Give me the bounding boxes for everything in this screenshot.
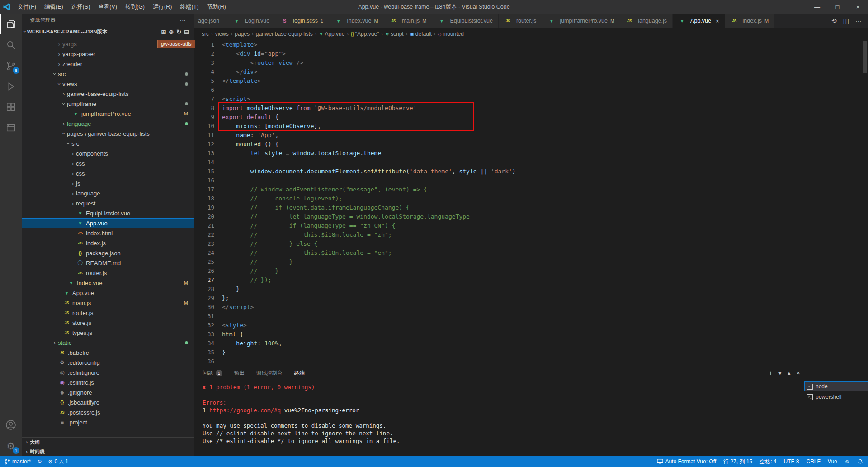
vscode-logo-icon[interactable] xyxy=(0,3,14,11)
status-feedback[interactable]: ☺ xyxy=(844,458,850,465)
menu-item[interactable]: 终端(T) xyxy=(176,3,203,11)
tree-folder-language[interactable]: ›language xyxy=(22,188,194,198)
breadcrumb-item[interactable]: ▣default xyxy=(410,31,431,37)
extensions-icon[interactable] xyxy=(0,97,22,118)
tree-folder-zrender[interactable]: ›zrender xyxy=(22,59,194,69)
tree-folder-js[interactable]: ›js xyxy=(22,178,194,188)
tree-folder-views[interactable]: ›views xyxy=(22,79,194,89)
tree-file-types.js[interactable]: JStypes.js xyxy=(22,328,194,338)
menu-item[interactable]: 运行(R) xyxy=(149,3,176,11)
tree-file-app.vue[interactable]: ▼App.vue xyxy=(22,218,194,228)
tree-file-readme.md[interactable]: ⓘREADME.md xyxy=(22,258,194,268)
tree-file-.eslintrc.js[interactable]: ◉.eslintrc.js xyxy=(22,377,194,387)
tree-file-index.html[interactable]: <>index.html xyxy=(22,228,194,238)
tree-file-jumpiframepro.vue[interactable]: ▼jumpIframePro.vueM xyxy=(22,109,194,119)
maximize-button[interactable]: □ xyxy=(827,0,848,14)
tree-file-.eslintignore[interactable]: ◎.eslintignore xyxy=(22,367,194,377)
split-editor-icon[interactable]: ◫ xyxy=(843,17,849,24)
close-panel-icon[interactable]: × xyxy=(797,369,800,376)
menu-item[interactable]: 文件(F) xyxy=(14,3,40,11)
menu-item[interactable]: 转到(G) xyxy=(121,3,149,11)
tree-folder-jumpiframe[interactable]: ›jumpIframe xyxy=(22,99,194,109)
error-link[interactable]: vue%2Fno-parsing-error xyxy=(284,407,359,414)
tree-file-.babelrc[interactable]: B.babelrc xyxy=(22,348,194,357)
tree-folder-request[interactable]: ›request xyxy=(22,198,194,208)
tree-file-router.js[interactable]: JSrouter.js xyxy=(22,268,194,278)
search-icon[interactable] xyxy=(0,34,22,55)
tree-folder-components[interactable]: ›components xyxy=(22,148,194,158)
views-more-icon[interactable]: ⋯ xyxy=(180,16,187,24)
tab-router.js[interactable]: JSrouter.js xyxy=(499,14,542,28)
breadcrumb-item[interactable]: ▼App.vue xyxy=(319,31,344,37)
tree-file-equiplistslot.vue[interactable]: ▼EquipListslot.vue xyxy=(22,208,194,218)
tree-file-.project[interactable]: ≡.project xyxy=(22,417,194,427)
history-icon[interactable]: ⟲ xyxy=(831,17,837,24)
collapse-icon[interactable]: ⊟ xyxy=(184,29,189,35)
status-encoding[interactable]: UTF-8 xyxy=(783,458,799,465)
tree-file-app.vue[interactable]: ▼App.vue xyxy=(22,288,194,298)
panel-tab-输出[interactable]: 输出 xyxy=(234,365,245,381)
status-indentation[interactable]: 空格: 4 xyxy=(760,458,776,466)
status-notifications[interactable] xyxy=(857,458,863,465)
section-时间线[interactable]: ›时间线 xyxy=(22,447,194,456)
account-icon[interactable] xyxy=(0,415,22,435)
new-terminal-icon[interactable]: + xyxy=(769,369,773,376)
terminal-instance-node[interactable]: >_node xyxy=(804,381,868,391)
tree-folder-css-[interactable]: ›css- xyxy=(22,168,194,178)
run-debug-icon[interactable] xyxy=(0,76,22,97)
new-file-icon[interactable]: ⊞ xyxy=(161,29,166,35)
tab-language.js[interactable]: JSlanguage.js xyxy=(620,14,673,28)
menu-item[interactable]: 帮助(H) xyxy=(203,3,230,11)
tree-folder-src[interactable]: ›src xyxy=(22,138,194,148)
tree-file-router.js[interactable]: JSrouter.js xyxy=(22,308,194,318)
tab-index.js[interactable]: JSindex.jsM xyxy=(725,14,775,28)
tree-folder-language[interactable]: ›language xyxy=(22,119,194,129)
tree-file-package.json[interactable]: {}package.json xyxy=(22,248,194,258)
tree-folder-pages-ganwei-base-equip-lists[interactable]: ›pages \ ganwei-base-equip-lists xyxy=(22,129,194,138)
breadcrumb-item[interactable]: pages xyxy=(235,31,250,37)
problems-indicator[interactable]: ⊗0△1 xyxy=(48,458,68,465)
breadcrumb-item[interactable]: ganwei-base-equip-lists xyxy=(256,31,313,37)
branch-indicator[interactable]: master* xyxy=(5,458,31,465)
tab-index.vue[interactable]: ▼Index.vueM xyxy=(329,14,384,28)
maximize-panel-icon[interactable]: ▴ xyxy=(788,369,791,376)
tree-file-index.js[interactable]: JSindex.js xyxy=(22,238,194,248)
menu-item[interactable]: 选择(S) xyxy=(67,3,94,11)
editor-scrollbar[interactable] xyxy=(863,41,867,73)
close-button[interactable]: × xyxy=(848,0,868,14)
project-root-folder[interactable]: › WEBUI-BASE-FRAME---I18N版本 ⊞⊕↻⊟ xyxy=(22,26,194,37)
minimize-button[interactable]: — xyxy=(807,0,827,14)
tree-file-.jsbeautifyrc[interactable]: {}.jsbeautifyrc xyxy=(22,397,194,407)
tree-file-main.js[interactable]: JSmain.jsM xyxy=(22,298,194,308)
refresh-icon[interactable]: ↻ xyxy=(176,29,181,35)
tab-app.vue[interactable]: ▼App.vue× xyxy=(673,14,725,28)
breadcrumb-item[interactable]: views xyxy=(215,31,229,37)
tab-login.scss[interactable]: Slogin.scss1 xyxy=(275,14,329,28)
tree-folder-yargs-parser[interactable]: ›yargs-parser xyxy=(22,49,194,59)
panel-tab-问题[interactable]: 问题1 xyxy=(203,365,222,381)
terminal-output[interactable]: ✘ 1 problem (1 error, 0 warnings)Errors:… xyxy=(194,381,804,456)
status-cursor-position[interactable]: 行 27, 列 15 xyxy=(723,458,752,466)
tab-login.vue[interactable]: ▼Login.vue xyxy=(227,14,275,28)
panel-tab-终端[interactable]: 终端 xyxy=(294,365,305,381)
app-window-icon[interactable] xyxy=(0,118,22,138)
tree-folder-ganwei-base-equip-lists[interactable]: ›ganwei-base-equip-lists xyxy=(22,89,194,99)
explorer-icon[interactable] xyxy=(0,14,22,34)
panel-tab-调试控制台[interactable]: 调试控制台 xyxy=(256,365,283,381)
sync-icon[interactable]: ↻ xyxy=(37,458,42,465)
section-大纲[interactable]: ›大纲 xyxy=(22,437,194,447)
status-eol[interactable]: CRLF xyxy=(806,458,820,465)
breadcrumb-item[interactable]: src xyxy=(202,31,209,37)
breadcrumb-item[interactable]: {}"App.vue" xyxy=(351,31,379,37)
tab-jumpiframepro.vue[interactable]: ▼jumpIframePro.vueM xyxy=(542,14,620,28)
dropdown-icon[interactable]: ▾ xyxy=(778,369,782,376)
status-language-mode[interactable]: Vue xyxy=(828,458,837,465)
menu-item[interactable]: 查看(V) xyxy=(94,3,121,11)
code-editor[interactable]: 1<template>2 <div id="app">3 <router-vie… xyxy=(194,40,868,365)
terminal-instance-powershell[interactable]: >_powershell xyxy=(804,392,868,402)
tree-folder-css[interactable]: ›css xyxy=(22,158,194,168)
tree-file-index.vue[interactable]: ▼Index.vueM xyxy=(22,278,194,288)
tab-equiplistslot.vue[interactable]: ▼EquipListslot.vue xyxy=(432,14,499,28)
status-auto-format[interactable]: Auto Format Vue: Off xyxy=(657,458,716,465)
tab-main.js[interactable]: JSmain.jsM xyxy=(384,14,433,28)
